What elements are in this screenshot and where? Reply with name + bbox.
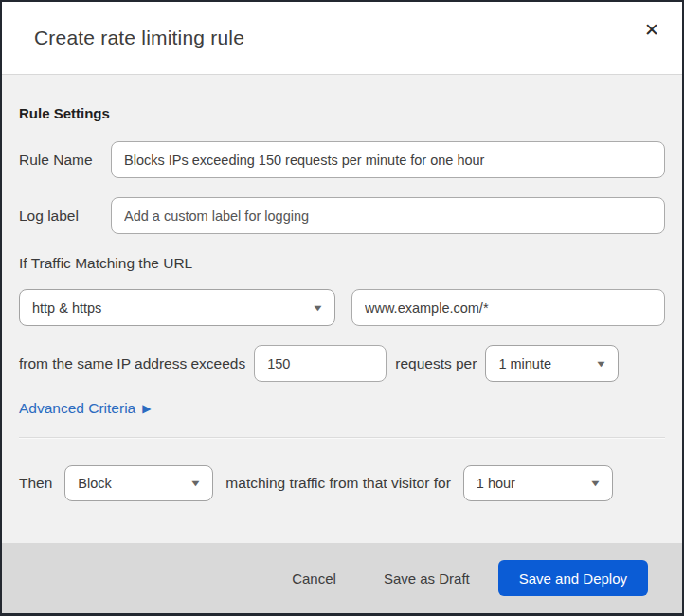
scheme-select[interactable]: http & https ▼ (19, 289, 335, 326)
dialog-body: Rule Settings Rule Name Log label If Tra… (2, 75, 682, 543)
threshold-prefix-text: from the same IP address exceeds (19, 355, 245, 372)
requests-per-text: requests per (395, 355, 477, 372)
rule-name-row: Rule Name (19, 141, 665, 178)
request-count-input[interactable] (254, 345, 387, 382)
caret-right-icon: ▶ (142, 402, 151, 415)
rule-settings-heading: Rule Settings (19, 105, 665, 121)
advanced-criteria-link[interactable]: Advanced Criteria ▶ (19, 400, 151, 417)
create-rate-limiting-rule-dialog: Create rate limiting rule ✕ Rule Setting… (0, 0, 684, 616)
log-label-row: Log label (19, 197, 665, 234)
period-select-value: 1 minute (498, 356, 551, 371)
save-and-deploy-button[interactable]: Save and Deploy (498, 560, 648, 596)
log-label-input[interactable] (111, 197, 665, 234)
url-match-row: http & https ▼ (19, 289, 665, 326)
chevron-down-icon: ▼ (595, 359, 607, 369)
save-as-draft-button[interactable]: Save as Draft (384, 571, 470, 587)
traffic-match-heading: If Traffic Matching the URL (19, 255, 665, 272)
dialog-header: Create rate limiting rule ✕ (2, 2, 682, 75)
scheme-select-value: http & https (32, 300, 101, 316)
action-select[interactable]: Block ▼ (64, 465, 213, 501)
chevron-down-icon: ▼ (312, 303, 324, 313)
action-row: Then Block ▼ matching traffic from that … (19, 465, 665, 501)
cancel-button[interactable]: Cancel (292, 571, 336, 587)
action-middle-text: matching traffic from that visitor for (225, 475, 450, 492)
advanced-criteria-label: Advanced Criteria (19, 400, 135, 417)
dialog-footer: Cancel Save as Draft Save and Deploy (2, 543, 682, 613)
log-label-label: Log label (19, 208, 111, 225)
close-icon[interactable]: ✕ (637, 15, 667, 45)
period-select[interactable]: 1 minute ▼ (485, 345, 619, 382)
chevron-down-icon: ▼ (189, 479, 202, 488)
chevron-down-icon: ▼ (589, 479, 602, 488)
page-title: Create rate limiting rule (34, 27, 244, 49)
duration-select[interactable]: 1 hour ▼ (463, 465, 613, 501)
url-pattern-input[interactable] (351, 289, 665, 326)
section-divider (19, 437, 665, 439)
rule-name-label: Rule Name (19, 152, 111, 169)
rule-name-input[interactable] (111, 141, 665, 178)
threshold-row: from the same IP address exceeds request… (19, 345, 665, 382)
action-select-value: Block (78, 476, 111, 491)
then-label: Then (19, 475, 52, 492)
duration-select-value: 1 hour (477, 476, 515, 491)
